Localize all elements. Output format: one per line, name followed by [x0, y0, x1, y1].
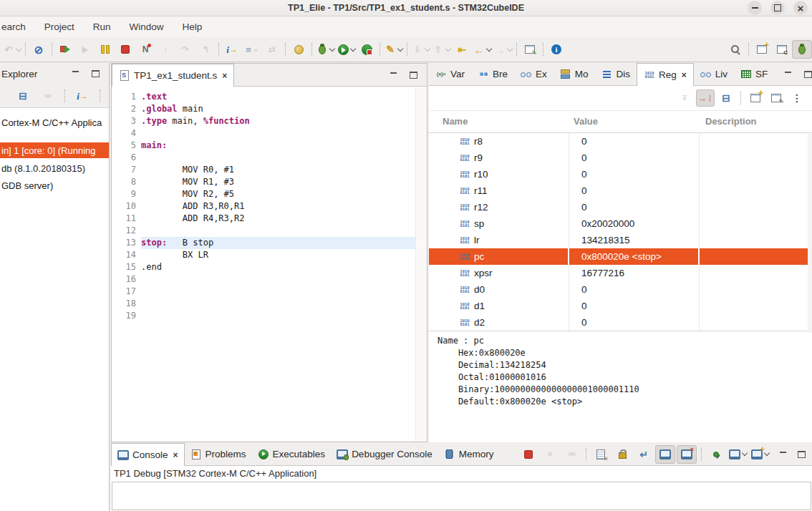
code-line-17[interactable]: 17 [112, 286, 416, 298]
tree-layout-button[interactable] [696, 89, 715, 107]
tab-memory[interactable]: Memory [438, 443, 500, 465]
debug-perspective-button[interactable] [792, 40, 812, 59]
menu-item-window[interactable]: Window [120, 21, 173, 32]
explorer-panel-title[interactable]: Explorer [1, 69, 37, 79]
suspend-button[interactable] [95, 40, 115, 59]
menu-item-earch[interactable]: earch [0, 21, 35, 32]
menu-item-help[interactable]: Help [173, 21, 212, 32]
open-perspective-button[interactable] [752, 40, 772, 59]
open-element-button[interactable] [520, 40, 540, 59]
console-output-area[interactable] [112, 482, 811, 510]
register-row-sp[interactable]: sp0x20020000 [429, 215, 812, 232]
code-line-1[interactable]: 1.text [112, 91, 416, 103]
search-button[interactable] [725, 40, 745, 59]
close-tab-icon[interactable]: × [682, 70, 687, 80]
register-row-lr[interactable]: lr134218315 [429, 232, 812, 248]
register-row-xpsr[interactable]: xpsr16777216 [429, 265, 812, 281]
move-to-line-button[interactable] [242, 40, 262, 59]
code-editor[interactable]: 1.text2.global main3.type main, %functio… [112, 87, 416, 442]
tab-variables[interactable]: Var [429, 63, 471, 85]
remove-all-terminated-button[interactable] [37, 87, 57, 105]
debug-tree-item[interactable]: GDB server) [0, 177, 109, 193]
code-line-12[interactable]: 12 [112, 225, 416, 237]
scroll-lock-button[interactable] [612, 445, 632, 464]
close-tab-icon[interactable]: × [222, 71, 227, 81]
code-line-2[interactable]: 2.global main [112, 103, 416, 115]
register-row-r12[interactable]: r120 [429, 199, 812, 215]
editor-tab[interactable]: TP1_ex1_student.s × [112, 64, 234, 87]
dropdown-chevron-icon[interactable] [507, 45, 513, 51]
tab-breakpoints[interactable]: Bre [471, 63, 514, 85]
dropdown-chevron-icon[interactable] [445, 45, 451, 51]
debug-tree-item[interactable]: Cortex-M C/C++ Applica [0, 115, 109, 130]
debug-button[interactable] [315, 40, 336, 59]
register-row-r10[interactable]: r100 [429, 166, 812, 182]
edit-register-group-button[interactable] [767, 89, 786, 107]
step-over-button[interactable] [175, 40, 195, 59]
collapse-all-button[interactable] [717, 89, 735, 107]
show-stderr-button[interactable] [677, 445, 697, 464]
register-row-pc[interactable]: pc0x800020e <stop> [429, 248, 812, 265]
add-register-group-button[interactable] [746, 89, 765, 107]
instruction-stepping-button[interactable] [222, 40, 242, 59]
tab-console[interactable]: Console× [111, 443, 185, 466]
code-line-11[interactable]: 11 ADD R4,R3,R2 [112, 213, 416, 225]
dropdown-chevron-icon[interactable] [764, 450, 770, 456]
autoscroll-button[interactable] [262, 40, 282, 59]
open-console-button[interactable] [750, 445, 770, 464]
cpp-perspective-button[interactable] [772, 40, 792, 59]
close-window-button[interactable] [793, 1, 808, 15]
minimize-panel-button[interactable] [70, 69, 80, 79]
dropdown-chevron-icon[interactable] [397, 45, 403, 51]
close-tab-icon[interactable]: × [173, 450, 178, 460]
code-line-15[interactable]: 15.end [112, 261, 416, 273]
code-generation-button[interactable] [383, 40, 404, 59]
register-row-d1[interactable]: d10 [429, 298, 812, 314]
column-header-description[interactable]: Description [705, 116, 757, 127]
maximize-panel-button[interactable] [90, 69, 100, 79]
code-line-16[interactable]: 16 [112, 273, 416, 286]
disconnect-button[interactable] [135, 40, 155, 59]
word-wrap-button[interactable] [634, 445, 654, 464]
tab-debugger-console[interactable]: Debugger Console [331, 443, 438, 465]
dropdown-chevron-icon[interactable] [350, 45, 356, 51]
clear-console-button[interactable] [591, 445, 611, 464]
dropdown-chevron-icon[interactable] [742, 450, 748, 456]
minimize-panel-button[interactable] [388, 70, 398, 80]
register-row-d0[interactable]: d00 [429, 281, 812, 298]
minimize-panel-button[interactable] [778, 449, 788, 459]
push-button[interactable] [431, 40, 452, 59]
tab-disassembly[interactable]: Dis [595, 63, 637, 85]
debug-tree-item[interactable]: in] 1 [core: 0] (Running [0, 142, 109, 158]
forward-button[interactable] [493, 40, 513, 59]
maximize-panel-button[interactable] [796, 449, 806, 459]
maximize-window-button[interactable] [770, 1, 785, 15]
launch-history-button[interactable] [1, 40, 22, 59]
tab-registers[interactable]: Reg× [637, 63, 694, 86]
code-line-3[interactable]: 3.type main, %function [112, 115, 416, 127]
dropdown-chevron-icon[interactable] [16, 45, 21, 51]
register-row-r9[interactable]: r90 [429, 150, 812, 166]
tab-live-expressions[interactable]: Liv [694, 63, 734, 85]
register-row-r8[interactable]: r80 [429, 133, 812, 150]
maximize-panel-button[interactable] [803, 69, 812, 79]
register-row-d2[interactable]: d20 [429, 314, 812, 331]
show-stdout-button[interactable] [655, 445, 675, 464]
step-return-button[interactable] [195, 40, 216, 59]
back-button[interactable] [472, 40, 493, 59]
column-header-name[interactable]: Name [443, 116, 468, 127]
terminate-button[interactable] [115, 40, 135, 59]
editor-scrollbar[interactable] [415, 87, 427, 442]
tab-sfrs[interactable]: SF [734, 63, 774, 85]
minimize-window-button[interactable] [748, 1, 762, 15]
dropdown-chevron-icon[interactable] [329, 45, 335, 51]
minimize-panel-button[interactable] [783, 69, 793, 79]
terminate-button[interactable] [518, 445, 538, 464]
restart-button[interactable] [55, 40, 75, 59]
code-line-5[interactable]: 5main: [112, 140, 416, 152]
tab-modules[interactable]: Mo [554, 63, 595, 85]
pin-console-button[interactable] [706, 445, 726, 464]
menu-item-project[interactable]: Project [35, 21, 84, 32]
build-button[interactable] [289, 40, 309, 59]
profile-button[interactable] [357, 40, 377, 59]
